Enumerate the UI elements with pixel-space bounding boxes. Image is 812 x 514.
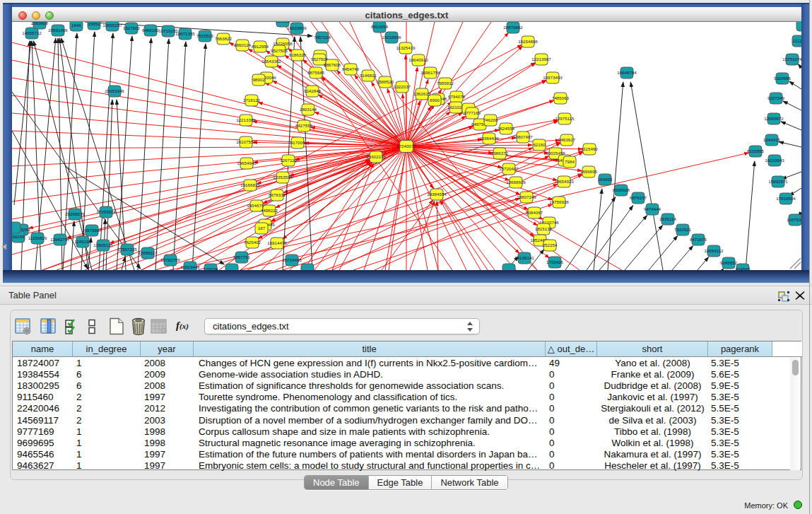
svg-text:7625402: 7625402 [244, 240, 261, 245]
svg-text:4498222: 4498222 [261, 208, 278, 213]
svg-text:16914479: 16914479 [267, 240, 287, 245]
svg-text:18807249: 18807249 [517, 194, 536, 199]
svg-text:3660124: 3660124 [234, 42, 252, 47]
svg-text:16782759: 16782759 [160, 257, 180, 262]
svg-text:8813054: 8813054 [371, 24, 389, 29]
svg-text:20975887: 20975887 [82, 228, 102, 233]
svg-text:7857224: 7857224 [314, 35, 331, 40]
svg-text:17016504: 17016504 [776, 196, 796, 201]
svg-text:10654112: 10654112 [704, 248, 724, 253]
svg-text:9527505: 9527505 [271, 48, 288, 53]
svg-text:1588520: 1588520 [377, 79, 394, 84]
svg-text:9474444: 9474444 [644, 206, 661, 211]
svg-text:2935114: 2935114 [659, 216, 676, 221]
svg-text:16648784: 16648784 [617, 70, 637, 75]
svg-text:7932621: 7932621 [674, 227, 692, 232]
svg-text:12975115: 12975115 [555, 116, 575, 121]
svg-text:160338: 160338 [276, 22, 290, 23]
svg-text:9857791: 9857791 [233, 255, 251, 259]
svg-text:19218596: 19218596 [382, 35, 401, 40]
svg-text:2803144: 2803144 [300, 107, 317, 112]
svg-text:17359924: 17359924 [96, 209, 116, 214]
svg-text:187: 187 [258, 226, 266, 230]
svg-text:19756928: 19756928 [549, 199, 569, 204]
svg-text:12093872: 12093872 [764, 116, 784, 121]
svg-text:20053346: 20053346 [105, 88, 124, 93]
svg-text:20876862: 20876862 [503, 25, 523, 30]
svg-text:19384554: 19384554 [427, 192, 447, 197]
svg-text:9463627: 9463627 [558, 137, 576, 142]
svg-text:252254: 252254 [543, 243, 558, 247]
svg-text:6879197: 6879197 [630, 195, 647, 200]
svg-text:14136141: 14136141 [514, 255, 534, 260]
svg-text:1362615: 1362615 [413, 91, 431, 96]
svg-text:3624554: 3624554 [498, 126, 515, 131]
svg-text:164095: 164095 [598, 177, 613, 182]
svg-text:9245652: 9245652 [720, 260, 738, 265]
svg-text:8215955: 8215955 [747, 148, 765, 153]
svg-text:16210643: 16210643 [765, 158, 784, 163]
svg-text:9146821: 9146821 [360, 73, 377, 78]
svg-text:39159: 39159 [12, 234, 25, 239]
svg-text:3875685: 3875685 [307, 70, 325, 75]
svg-text:12905135: 12905135 [93, 243, 113, 247]
svg-text:2093808: 2093808 [31, 22, 49, 25]
svg-text:7663822: 7663822 [215, 36, 233, 41]
svg-text:7955812: 7955812 [437, 81, 454, 86]
svg-text:16154808: 16154808 [518, 39, 538, 44]
svg-text:7515526: 7515526 [196, 33, 214, 38]
svg-text:8678332: 8678332 [269, 192, 286, 197]
svg-text:6466160: 6466160 [142, 28, 160, 33]
svg-text:17240077: 17240077 [396, 144, 416, 148]
svg-text:9329966: 9329966 [774, 76, 792, 81]
svg-text:12353594: 12353594 [273, 175, 293, 180]
svg-text:16107552: 16107552 [236, 139, 256, 144]
svg-text:9777169: 9777169 [464, 110, 481, 115]
svg-text:2718120: 2718120 [243, 98, 261, 103]
svg-text:7485063: 7485063 [552, 95, 570, 100]
svg-text:12213389: 12213389 [236, 117, 256, 122]
svg-text:11325419: 11325419 [396, 45, 416, 50]
svg-text:15852: 15852 [88, 22, 100, 26]
svg-text:1733426: 1733426 [546, 259, 564, 264]
svg-text:16961758: 16961758 [420, 70, 440, 75]
svg-text:1527602: 1527602 [123, 25, 141, 30]
svg-text:19654943: 19654943 [237, 160, 257, 165]
svg-text:23302273: 23302273 [366, 154, 386, 159]
svg-text:15751074: 15751074 [782, 57, 801, 62]
svg-text:16033809: 16033809 [287, 25, 307, 30]
svg-text:10807487: 10807487 [513, 134, 533, 139]
svg-text:10688609: 10688609 [506, 180, 526, 185]
svg-text:16640910: 16640910 [408, 57, 428, 62]
svg-text:8938928: 8938928 [613, 187, 630, 192]
svg-text:12923448: 12923448 [180, 264, 200, 269]
svg-text:1244415: 1244415 [763, 137, 781, 142]
svg-text:19654923: 19654923 [554, 179, 574, 184]
svg-text:8186328: 8186328 [289, 52, 307, 57]
svg-text:9242848: 9242848 [304, 88, 322, 93]
svg-text:7984: 7984 [565, 159, 575, 164]
svg-text:20364436: 20364436 [479, 136, 499, 141]
svg-text:16543362: 16543362 [261, 59, 281, 64]
svg-text:20691406: 20691406 [48, 28, 68, 33]
svg-text:15720407: 15720407 [499, 166, 519, 171]
svg-text:12942757: 12942757 [50, 237, 70, 242]
svg-text:924565: 924565 [736, 267, 751, 270]
svg-text:8427552: 8427552 [295, 123, 313, 128]
svg-text:12213967: 12213967 [531, 57, 551, 62]
svg-text:1815132: 1815132 [535, 226, 553, 231]
svg-text:1846: 1846 [71, 23, 81, 28]
svg-text:11156829: 11156829 [28, 235, 47, 240]
svg-text:1322037: 1322037 [394, 84, 411, 89]
svg-text:11123: 11123 [793, 38, 801, 43]
svg-text:417006: 417006 [290, 140, 305, 145]
svg-text:62160: 62160 [533, 142, 546, 147]
svg-text:10973493: 10973493 [543, 75, 563, 80]
svg-text:15716485: 15716485 [282, 257, 302, 262]
svg-text:14055712: 14055712 [22, 30, 42, 35]
svg-text:98902: 98902 [252, 77, 265, 82]
svg-text:1145194: 1145194 [74, 239, 91, 244]
svg-text:2867608: 2867608 [324, 62, 341, 67]
svg-text:3267110: 3267110 [280, 158, 297, 163]
svg-text:10671355: 10671355 [175, 31, 195, 36]
